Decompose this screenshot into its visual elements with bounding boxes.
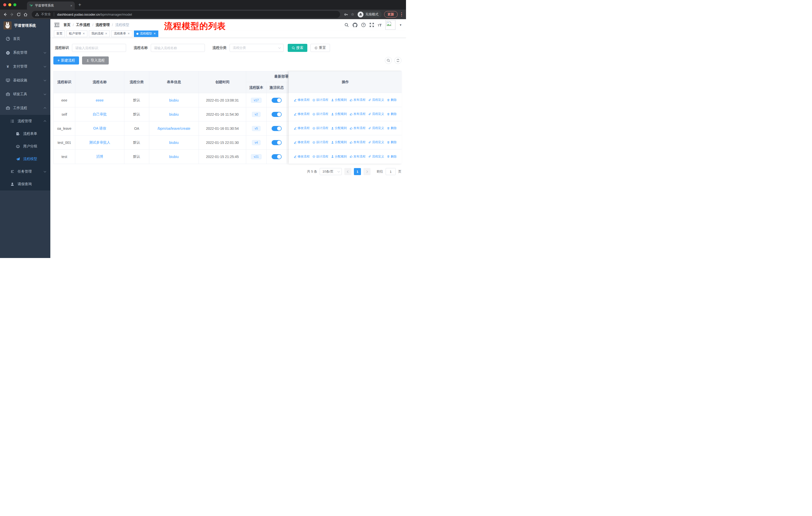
refresh-table-button[interactable]: [395, 57, 402, 64]
tag-my-process[interactable]: 我的流程✕: [89, 30, 110, 37]
delete-process-action[interactable]: 删除: [387, 126, 397, 130]
help-icon[interactable]: ?: [361, 23, 366, 27]
breadcrumb-workflow[interactable]: 工作流程: [76, 23, 90, 27]
tag-close-icon[interactable]: ✕: [127, 32, 129, 35]
sidebar-item-process-form[interactable]: 流程表单: [0, 128, 50, 140]
fullscreen-icon[interactable]: [370, 23, 374, 27]
design-process-action[interactable]: 设计流程: [312, 98, 328, 102]
publish-process-action[interactable]: 发布流程: [350, 112, 366, 116]
assign-rule-action[interactable]: 分配规则: [331, 98, 347, 102]
goto-page-input[interactable]: [386, 168, 396, 175]
tag-tenant-management[interactable]: 租户管理✕: [66, 30, 87, 37]
form-info-link[interactable]: /bpm/oa/leave/create: [157, 127, 191, 131]
reload-icon[interactable]: [17, 12, 21, 17]
back-icon[interactable]: [3, 12, 7, 17]
page-number-button[interactable]: 1: [354, 168, 361, 175]
process-definition-action[interactable]: 流程定义: [368, 140, 384, 144]
github-icon[interactable]: [353, 23, 357, 27]
tab-close-icon[interactable]: ×: [70, 4, 72, 7]
next-page-button[interactable]: [364, 168, 371, 175]
address-bar[interactable]: 不安全 dashboard.yudao.iocoder.cn/bpm/manag…: [32, 11, 340, 18]
maximize-window-button[interactable]: [13, 3, 17, 6]
process-category-select[interactable]: 流程分类: [230, 44, 284, 52]
delete-process-action[interactable]: 删除: [387, 98, 397, 102]
user-avatar[interactable]: [385, 20, 396, 30]
sidebar-item-dev-tools[interactable]: 研发工具: [0, 87, 50, 101]
process-definition-action[interactable]: 流程定义: [368, 112, 384, 116]
sidebar-item-leave-query[interactable]: 请假查询: [0, 178, 50, 190]
collapse-sidebar-icon[interactable]: [54, 23, 59, 27]
design-process-action[interactable]: 设计流程: [312, 126, 328, 130]
delete-process-action[interactable]: 删除: [387, 140, 397, 144]
process-name-link[interactable]: OA 请假: [93, 126, 106, 131]
process-definition-action[interactable]: 流程定义: [368, 98, 384, 102]
process-definition-action[interactable]: 流程定义: [368, 155, 384, 159]
new-tab-button[interactable]: +: [78, 2, 81, 7]
form-info-link[interactable]: biubiu: [169, 98, 178, 102]
sidebar-item-process-management[interactable]: 流程管理: [0, 115, 50, 128]
tag-home[interactable]: 首页: [54, 30, 65, 37]
design-process-action[interactable]: 设计流程: [312, 155, 328, 159]
active-toggle[interactable]: [271, 98, 282, 103]
publish-process-action[interactable]: 发布流程: [350, 126, 366, 130]
create-process-button[interactable]: + 新建流程: [53, 56, 79, 64]
tag-process-form[interactable]: 流程表单✕: [111, 30, 132, 37]
delete-process-action[interactable]: 删除: [387, 112, 397, 116]
sidebar-item-task-management[interactable]: 任务管理: [0, 165, 50, 178]
process-id-input[interactable]: [72, 44, 126, 52]
process-name-link[interactable]: eeee: [96, 98, 104, 102]
tag-close-icon[interactable]: ✕: [153, 32, 156, 35]
publish-process-action[interactable]: 发布流程: [350, 98, 366, 102]
process-name-input[interactable]: [151, 44, 205, 52]
assign-rule-action[interactable]: 分配规则: [331, 155, 347, 159]
assign-rule-action[interactable]: 分配规则: [331, 140, 347, 144]
browser-tab[interactable]: 芋道管理系统 ×: [27, 1, 75, 9]
active-toggle[interactable]: [271, 126, 282, 131]
process-name-link[interactable]: 自己审批: [93, 112, 107, 117]
sidebar-item-system[interactable]: 系统管理: [0, 46, 50, 59]
close-window-button[interactable]: [3, 3, 6, 6]
hide-search-button[interactable]: [385, 57, 392, 64]
sidebar-item-user-group[interactable]: 用户分组: [0, 140, 50, 153]
modify-process-action[interactable]: 修改流程: [294, 155, 310, 159]
active-toggle[interactable]: [271, 140, 282, 145]
browser-update-button[interactable]: 更新: [384, 11, 398, 18]
page-size-select[interactable]: 10条/页: [320, 168, 342, 175]
delete-process-action[interactable]: 删除: [387, 155, 397, 159]
process-definition-action[interactable]: 流程定义: [368, 126, 384, 130]
import-process-button[interactable]: 导入流程: [82, 56, 109, 64]
modify-process-action[interactable]: 修改流程: [294, 126, 310, 130]
font-size-icon[interactable]: TT: [378, 23, 382, 27]
password-key-icon[interactable]: [344, 12, 348, 17]
security-label[interactable]: 不安全: [41, 12, 51, 17]
design-process-action[interactable]: 设计流程: [312, 112, 328, 116]
home-icon[interactable]: [23, 12, 28, 17]
sidebar-item-workflow[interactable]: 工作流程: [0, 101, 50, 115]
sidebar-item-process-model[interactable]: 流程模型: [0, 153, 50, 165]
modify-process-action[interactable]: 修改流程: [294, 112, 310, 116]
sidebar-item-payment[interactable]: ¥ 支付管理: [0, 59, 50, 73]
avatar-caret-icon[interactable]: ▼: [399, 23, 402, 26]
active-toggle[interactable]: [271, 154, 282, 159]
forward-icon[interactable]: [10, 12, 14, 17]
assign-rule-action[interactable]: 分配规则: [331, 112, 347, 116]
modify-process-action[interactable]: 修改流程: [294, 140, 310, 144]
window-controls[interactable]: [3, 3, 17, 6]
publish-process-action[interactable]: 发布流程: [350, 140, 366, 144]
sidebar-item-infrastructure[interactable]: 基础设施: [0, 73, 50, 87]
tag-close-icon[interactable]: ✕: [83, 32, 85, 35]
publish-process-action[interactable]: 发布流程: [350, 155, 366, 159]
breadcrumb-home[interactable]: 首页: [63, 23, 70, 27]
browser-menu-icon[interactable]: [400, 12, 403, 17]
sidebar-item-home[interactable]: 首页: [0, 32, 50, 46]
form-info-link[interactable]: biubiu: [169, 141, 178, 145]
design-process-action[interactable]: 设计流程: [312, 140, 328, 144]
form-info-link[interactable]: biubiu: [169, 112, 178, 116]
assign-rule-action[interactable]: 分配规则: [331, 126, 347, 130]
active-toggle[interactable]: [271, 112, 282, 117]
minimize-window-button[interactable]: [8, 3, 11, 6]
tag-close-icon[interactable]: ✕: [105, 32, 107, 35]
search-button[interactable]: 搜索: [288, 44, 307, 52]
breadcrumb-process-management[interactable]: 流程管理: [96, 23, 110, 27]
process-name-link[interactable]: 测试多审批人: [89, 140, 110, 145]
